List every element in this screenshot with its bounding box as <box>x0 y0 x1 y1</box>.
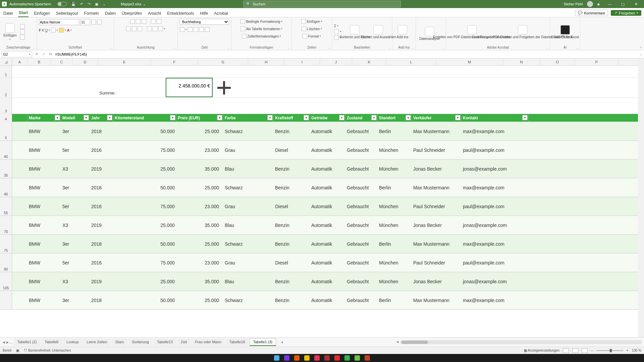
cell[interactable] <box>12 160 28 178</box>
cell-kraftstoff[interactable]: Benzin <box>274 216 310 234</box>
filter-icon[interactable]: ▾ <box>371 115 377 120</box>
cell-kraftstoff[interactable]: Diesel <box>274 253 310 272</box>
row-header[interactable]: 5 <box>0 122 12 140</box>
zoom-out-button[interactable]: – <box>591 349 593 352</box>
col-header-H[interactable]: H <box>248 58 284 65</box>
insert-cells-button[interactable]: Einfügen▾ <box>301 19 322 24</box>
row-header-4[interactable]: 4 <box>0 114 12 122</box>
cell-farbe[interactable]: Blau <box>223 216 274 234</box>
cell-preis[interactable]: 25.000 <box>176 235 223 253</box>
cell-verkaeufer[interactable]: Max Mustermann <box>412 178 462 197</box>
decrease-font-icon[interactable] <box>97 20 102 24</box>
comma-icon[interactable] <box>194 27 198 32</box>
cell-standort[interactable]: München <box>378 197 412 216</box>
cell-zustand[interactable]: Gebraucht <box>345 122 378 140</box>
cell-kontakt[interactable]: jonas@example.com <box>462 160 529 178</box>
cell[interactable] <box>12 291 28 309</box>
cell-jahr[interactable]: 2018 <box>90 178 113 197</box>
cell-km[interactable]: 50.000 <box>113 291 176 309</box>
taskbar-icon[interactable] <box>304 355 310 361</box>
data-analysis-button[interactable]: Datenanalyse <box>418 26 441 41</box>
th-marke[interactable]: Marke▾ <box>28 114 61 122</box>
scrollbar-thumb[interactable] <box>401 341 428 344</box>
undo-icon[interactable]: ↶ <box>80 2 83 6</box>
cell-marke[interactable]: BMW <box>28 160 61 178</box>
cell-verkaeufer[interactable]: Paul Schneider <box>412 253 462 272</box>
cell-getriebe[interactable]: Automatik <box>310 122 345 140</box>
cell-getriebe[interactable]: Automatik <box>310 197 345 216</box>
col-header-C[interactable]: C <box>51 58 72 65</box>
cell-farbe[interactable]: Schwarz <box>223 235 274 253</box>
tab-ansicht[interactable]: Ansicht <box>147 10 162 17</box>
filter-icon[interactable]: ▾ <box>304 115 309 120</box>
cell-modell[interactable]: X3 <box>61 216 90 234</box>
cell-km[interactable]: 50.000 <box>113 235 176 253</box>
cell-farbe[interactable]: Blau <box>223 272 274 291</box>
cell-verkaeufer[interactable]: Paul Schneider <box>412 141 462 159</box>
tab-ueberpruefen[interactable]: Überprüfen <box>121 10 143 17</box>
cell-kontakt[interactable]: jonas@example.com <box>462 216 529 234</box>
col-header-D[interactable]: D <box>72 58 98 65</box>
cell[interactable] <box>12 122 28 140</box>
cell-zustand[interactable]: Gebraucht <box>345 253 378 272</box>
th-kraftstoff[interactable]: Kraftstoff▾ <box>274 114 310 122</box>
row-header[interactable]: 75 <box>0 235 12 253</box>
cell-standort[interactable]: Berlin <box>378 122 412 140</box>
redo-icon[interactable]: ↷ <box>88 2 91 6</box>
cell-zustand[interactable]: Gebraucht <box>345 160 378 178</box>
cut-icon[interactable] <box>20 24 25 29</box>
sheet-nav-more-icon[interactable]: … <box>9 340 13 344</box>
cell[interactable] <box>12 78 28 98</box>
align-center-icon[interactable] <box>132 26 137 31</box>
cell-modell[interactable]: 5er <box>61 197 90 216</box>
decrease-decimal-icon[interactable] <box>205 27 210 32</box>
cell-jahr[interactable]: 2019 <box>90 160 113 178</box>
th-kontakt[interactable]: Kontakt▾ <box>462 114 529 122</box>
align-middle-icon[interactable] <box>136 19 141 24</box>
page-layout-view-button[interactable] <box>572 348 578 353</box>
cell-jahr[interactable]: 2016 <box>90 253 113 272</box>
taskbar-icon[interactable] <box>284 355 289 361</box>
cell-zustand[interactable]: Gebraucht <box>345 272 378 291</box>
cell-verkaeufer[interactable]: Max Mustermann <box>412 235 462 253</box>
cell-kontakt[interactable]: max@example.com <box>462 291 529 309</box>
th-farbe[interactable]: Farbe▾ <box>223 114 274 122</box>
cell-jahr[interactable]: 2019 <box>90 272 113 291</box>
add-sheet-button[interactable]: + <box>279 340 285 345</box>
cell-preis[interactable]: 35.000 <box>176 160 223 178</box>
th-getriebe[interactable]: Getriebe▾ <box>310 114 345 122</box>
paste-button[interactable]: Einfügen▾ <box>2 23 18 41</box>
sum-label-cell[interactable]: Summe: <box>98 78 151 98</box>
share-button[interactable]: ↗Freigeben▾ <box>611 10 641 16</box>
cell-farbe[interactable]: Schwarz <box>223 291 274 309</box>
cell-farbe[interactable]: Blau <box>223 160 274 178</box>
sheet-tab[interactable]: Lookup <box>63 338 82 346</box>
col-header-G[interactable]: G <box>198 58 248 65</box>
cell-kontakt[interactable]: jonas@example.com <box>462 272 529 291</box>
cell[interactable] <box>12 253 28 272</box>
search-input[interactable]: 🔍 Suchen <box>243 1 401 7</box>
taskbar-icon[interactable] <box>324 355 330 361</box>
tab-datei[interactable]: Datei <box>3 10 13 17</box>
cell-modell[interactable]: X3 <box>61 272 90 291</box>
cell-zustand[interactable]: Gebraucht <box>345 178 378 197</box>
cell-standort[interactable]: Berlin <box>378 178 412 197</box>
cell-zustand[interactable]: Gebraucht <box>345 235 378 253</box>
zoom-level[interactable]: 130 % <box>632 349 641 352</box>
cell-preis[interactable]: 35.000 <box>176 272 223 291</box>
font-color-icon[interactable]: A <box>67 28 69 32</box>
cell-jahr[interactable]: 2016 <box>90 141 113 159</box>
sheet-nav-next-icon[interactable]: ► <box>6 340 9 344</box>
cell-modell[interactable]: 3er <box>61 235 90 253</box>
filename-dropdown-icon[interactable]: ⌄ <box>143 2 146 6</box>
accounting-icon[interactable] <box>180 27 184 32</box>
cell-kontakt[interactable]: max@example.com <box>462 178 529 197</box>
col-header-L[interactable]: L <box>386 58 436 65</box>
cell-farbe[interactable]: Grau <box>223 253 274 272</box>
cell-marke[interactable]: BMW <box>28 253 61 272</box>
cell-getriebe[interactable]: Automatik <box>310 141 345 159</box>
cell-verkaeufer[interactable]: Jonas Becker <box>412 216 462 234</box>
fill-icon[interactable] <box>334 29 339 34</box>
cell-standort[interactable]: München <box>378 216 412 234</box>
scroll-left-icon[interactable]: ◄ <box>396 340 399 344</box>
